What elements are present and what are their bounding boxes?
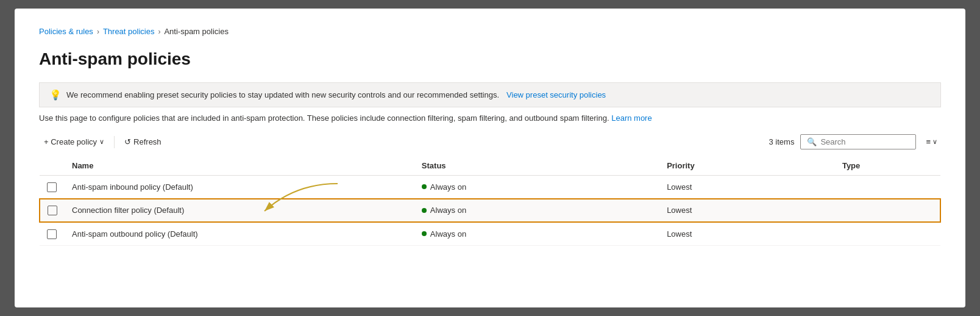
row1-type bbox=[835, 176, 940, 199]
row1-checkbox[interactable] bbox=[47, 182, 57, 192]
col-header-type: Type bbox=[835, 156, 940, 176]
description-text: Use this page to configure policies that… bbox=[39, 113, 941, 123]
search-box[interactable]: 🔍 bbox=[800, 134, 916, 149]
breadcrumb-separator-1: › bbox=[97, 27, 99, 36]
row3-status-dot bbox=[422, 231, 427, 236]
row1-status: Always on bbox=[414, 176, 659, 199]
row3-name: Anti-spam outbound policy (Default) bbox=[65, 222, 414, 245]
table-row[interactable]: Anti-spam outbound policy (Default) Alwa… bbox=[40, 222, 940, 245]
toolbar-divider bbox=[114, 136, 115, 148]
table-body: Anti-spam inbound policy (Default) Alway… bbox=[40, 176, 940, 246]
refresh-label: Refresh bbox=[133, 137, 162, 146]
refresh-button[interactable]: ↺ Refresh bbox=[119, 134, 166, 150]
row2-priority: Lowest bbox=[659, 199, 835, 223]
page-title: Anti-spam policies bbox=[39, 49, 941, 69]
row1-priority: Lowest bbox=[659, 176, 835, 199]
row2-name: Connection filter policy (Default) bbox=[65, 199, 414, 223]
learn-more-link[interactable]: Learn more bbox=[611, 113, 652, 123]
search-input[interactable] bbox=[820, 137, 909, 146]
table-row[interactable]: Connection filter policy (Default) Alway… bbox=[40, 199, 940, 223]
chevron-down-icon: ∨ bbox=[99, 138, 104, 146]
row3-status: Always on bbox=[414, 222, 659, 245]
create-policy-label: + Create policy bbox=[44, 137, 97, 146]
filter-chevron-icon: ∨ bbox=[932, 138, 937, 146]
info-banner: 💡 We recommend enabling preset security … bbox=[39, 82, 941, 107]
toolbar-left: + Create policy ∨ ↺ Refresh bbox=[39, 134, 166, 150]
table-container: Name Status Priority Type Anti-spam inbo… bbox=[39, 156, 941, 246]
col-header-priority: Priority bbox=[659, 156, 835, 176]
row2-checkbox-cell[interactable] bbox=[40, 199, 65, 223]
row3-checkbox-cell[interactable] bbox=[40, 222, 65, 245]
row3-status-text: Always on bbox=[430, 229, 466, 239]
breadcrumb-current: Anti-spam policies bbox=[164, 27, 229, 36]
breadcrumb-threat-policies[interactable]: Threat policies bbox=[103, 27, 155, 36]
banner-text: We recommend enabling preset security po… bbox=[66, 90, 499, 99]
filter-icon: ≡ bbox=[926, 137, 931, 146]
items-count: 3 items bbox=[769, 137, 795, 146]
toolbar: + Create policy ∨ ↺ Refresh 3 items 🔍 ≡ … bbox=[39, 134, 941, 150]
row3-checkbox[interactable] bbox=[47, 229, 57, 239]
row1-checkbox-cell[interactable] bbox=[40, 176, 65, 199]
breadcrumb-policies-rules[interactable]: Policies & rules bbox=[39, 27, 93, 36]
breadcrumb: Policies & rules › Threat policies › Ant… bbox=[39, 27, 941, 36]
search-icon: 🔍 bbox=[807, 137, 817, 146]
row1-name: Anti-spam inbound policy (Default) bbox=[65, 176, 414, 199]
table-header: Name Status Priority Type bbox=[40, 156, 940, 176]
policies-table: Name Status Priority Type Anti-spam inbo… bbox=[39, 156, 941, 246]
row3-type bbox=[835, 222, 940, 245]
row2-status-dot bbox=[422, 208, 427, 213]
row1-status-text: Always on bbox=[430, 182, 466, 192]
filter-button[interactable]: ≡ ∨ bbox=[922, 135, 941, 149]
toolbar-right: 3 items 🔍 ≡ ∨ bbox=[769, 134, 942, 149]
table-row[interactable]: Anti-spam inbound policy (Default) Alway… bbox=[40, 176, 940, 199]
row2-status-text: Always on bbox=[430, 206, 466, 215]
create-policy-button[interactable]: + Create policy ∨ bbox=[39, 134, 109, 150]
col-header-status: Status bbox=[414, 156, 659, 176]
main-window: Policies & rules › Threat policies › Ant… bbox=[15, 9, 965, 307]
row2-type bbox=[835, 199, 940, 223]
row1-status-dot bbox=[422, 184, 427, 189]
row2-checkbox[interactable] bbox=[48, 206, 57, 215]
col-header-name: Name bbox=[65, 156, 414, 176]
breadcrumb-separator-2: › bbox=[158, 27, 160, 36]
col-header-checkbox bbox=[40, 156, 65, 176]
row2-status: Always on bbox=[414, 199, 659, 223]
row3-priority: Lowest bbox=[659, 222, 835, 245]
bulb-icon: 💡 bbox=[49, 89, 62, 101]
view-preset-link[interactable]: View preset security policies bbox=[506, 90, 606, 99]
refresh-icon: ↺ bbox=[124, 137, 131, 146]
